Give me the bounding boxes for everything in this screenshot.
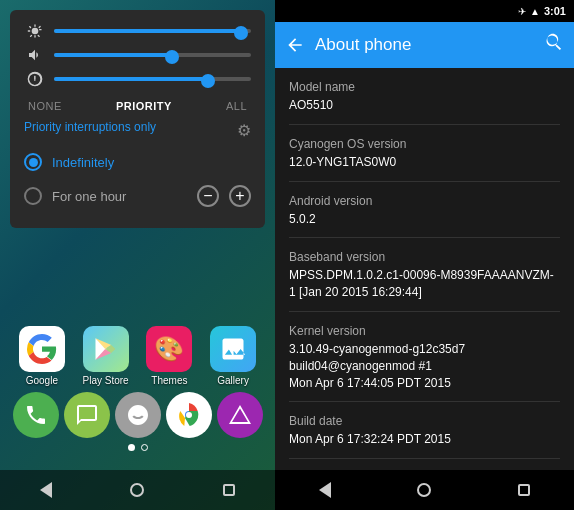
volume-slider-row (24, 44, 251, 66)
radio-for-one-hour (24, 187, 42, 205)
alarm-slider-row (24, 68, 251, 90)
option-for-one-hour[interactable]: For one hour − + (24, 182, 251, 210)
about-content: Model name AO5510 Cyanogen OS version 12… (275, 68, 574, 470)
app-hangouts[interactable] (115, 392, 161, 438)
brightness-slider-row (24, 20, 251, 42)
google-icon (19, 326, 65, 372)
app-gallery[interactable]: Gallery (210, 326, 256, 386)
right-back-icon (319, 482, 331, 498)
volume-track[interactable] (54, 53, 251, 57)
app-chrome[interactable] (166, 392, 212, 438)
sliders-area (24, 20, 251, 90)
right-recents-button[interactable] (504, 470, 544, 510)
radio-indefinitely (24, 153, 42, 171)
app-icons-area: Google Play Store 🎨 T (0, 326, 275, 455)
app-phone[interactable] (13, 392, 59, 438)
tab-priority[interactable]: PRIORITY (116, 100, 172, 112)
app-themes[interactable]: 🎨 Themes (146, 326, 192, 386)
playstore-icon (83, 326, 129, 372)
app-bar-title: About phone (315, 35, 534, 55)
tab-all[interactable]: ALL (226, 100, 247, 112)
home-button[interactable] (117, 470, 157, 510)
volume-icon (24, 47, 46, 63)
right-recents-icon (518, 484, 530, 496)
label-for-one-hour: For one hour (52, 189, 187, 204)
section-kernel-version: Kernel version 3.10.49-cyanogenmod-g12c3… (289, 312, 560, 402)
right-nav-bar (275, 470, 574, 510)
priority-header-row: Priority interruptions only ⚙ (24, 120, 251, 140)
back-arrow-button[interactable] (285, 35, 305, 55)
tab-none[interactable]: NONE (28, 100, 62, 112)
value-baseband-version: MPSS.DPM.1.0.2.c1-00096-M8939FAAAANVZM-1… (289, 267, 560, 301)
app-row-2 (0, 392, 275, 438)
app-cyanogen[interactable] (217, 392, 263, 438)
section-android-version: Android version 5.0.2 (289, 182, 560, 239)
app-gallery-label: Gallery (217, 375, 249, 386)
section-build-number: Build number (289, 459, 560, 470)
recents-icon (223, 484, 235, 496)
value-android-version: 5.0.2 (289, 211, 560, 228)
messaging-icon (64, 392, 110, 438)
alarm-track[interactable] (54, 77, 251, 81)
status-bar: ✈ ▲ 3:01 (275, 0, 574, 22)
value-model-name: AO5510 (289, 97, 560, 114)
airplane-mode-icon: ✈ (518, 6, 526, 17)
home-icon (130, 483, 144, 497)
cyanogen-icon (217, 392, 263, 438)
right-home-icon (417, 483, 431, 497)
status-time: 3:01 (544, 5, 566, 17)
section-model-name: Model name AO5510 (289, 68, 560, 125)
left-panel: NONE PRIORITY ALL Priority interruptions… (0, 0, 275, 510)
label-model-name: Model name (289, 80, 560, 94)
priority-card: NONE PRIORITY ALL Priority interruptions… (10, 10, 265, 228)
chrome-icon (166, 392, 212, 438)
value-build-date: Mon Apr 6 17:32:24 PDT 2015 (289, 431, 560, 448)
page-dots (0, 444, 275, 451)
dot-inactive (141, 444, 148, 451)
themes-icon: 🎨 (146, 326, 192, 372)
alarm-icon (24, 71, 46, 87)
right-panel: ✈ ▲ 3:01 About phone Model name AO5510 C… (275, 0, 574, 510)
radio-indefinitely-fill (29, 158, 38, 167)
plus-button[interactable]: + (229, 185, 251, 207)
section-cyanogen-version: Cyanogen OS version 12.0-YNG1TAS0W0 (289, 125, 560, 182)
right-back-button[interactable] (305, 470, 345, 510)
section-build-date: Build date Mon Apr 6 17:32:24 PDT 2015 (289, 402, 560, 459)
label-baseband-version: Baseband version (289, 250, 560, 264)
signal-icon: ▲ (530, 6, 540, 17)
value-kernel-version: 3.10.49-cyanogenmod-g12c35d7 build04@cya… (289, 341, 560, 391)
value-cyanogen-version: 12.0-YNG1TAS0W0 (289, 154, 560, 171)
minus-button[interactable]: − (197, 185, 219, 207)
right-home-button[interactable] (404, 470, 444, 510)
label-android-version: Android version (289, 194, 560, 208)
brightness-track[interactable] (54, 29, 251, 33)
app-playstore-label: Play Store (83, 375, 129, 386)
back-icon (40, 482, 52, 498)
priority-label: Priority interruptions only (24, 120, 156, 134)
label-indefinitely: Indefinitely (52, 155, 251, 170)
phone-icon (13, 392, 59, 438)
brightness-icon (24, 23, 46, 39)
back-button[interactable] (26, 470, 66, 510)
app-bar: About phone (275, 22, 574, 68)
app-row-1: Google Play Store 🎨 T (0, 326, 275, 386)
app-themes-label: Themes (151, 375, 187, 386)
label-kernel-version: Kernel version (289, 324, 560, 338)
option-indefinitely[interactable]: Indefinitely (24, 148, 251, 176)
gallery-icon (210, 326, 256, 372)
app-messaging[interactable] (64, 392, 110, 438)
dot-active (128, 444, 135, 451)
svg-point-3 (186, 412, 192, 418)
left-nav-bar (0, 470, 275, 510)
priority-tabs: NONE PRIORITY ALL (24, 100, 251, 112)
app-playstore[interactable]: Play Store (83, 326, 129, 386)
app-google-label: Google (26, 375, 58, 386)
gear-icon[interactable]: ⚙ (237, 121, 251, 140)
app-google[interactable]: Google (19, 326, 65, 386)
label-build-date: Build date (289, 414, 560, 428)
hangouts-icon (115, 392, 161, 438)
search-icon-button[interactable] (544, 33, 564, 58)
label-cyanogen-version: Cyanogen OS version (289, 137, 560, 151)
recents-button[interactable] (209, 470, 249, 510)
section-baseband-version: Baseband version MPSS.DPM.1.0.2.c1-00096… (289, 238, 560, 312)
